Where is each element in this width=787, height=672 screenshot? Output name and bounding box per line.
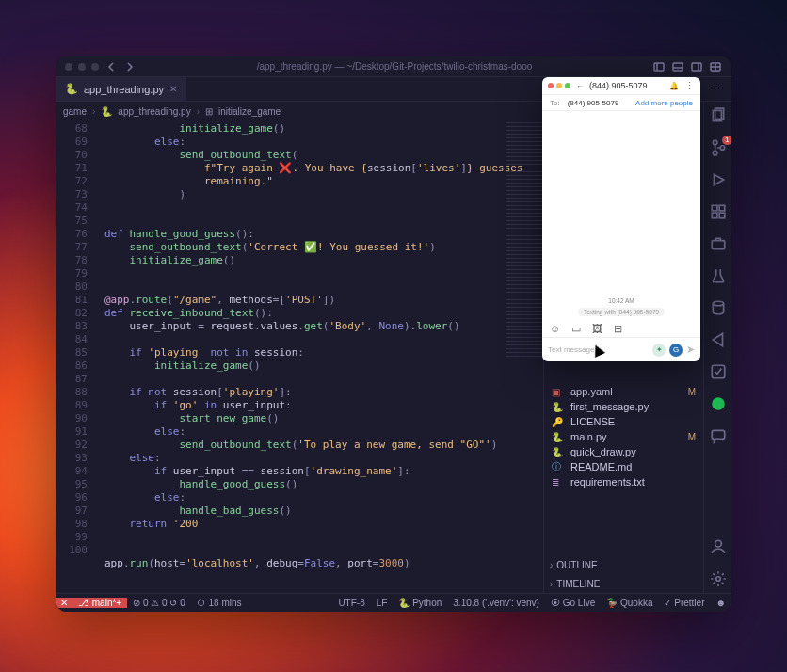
- code-line[interactable]: handle_good_guess(): [104, 478, 536, 491]
- gif-icon[interactable]: ▭: [571, 323, 581, 335]
- code-line[interactable]: [104, 333, 536, 346]
- attach-icon[interactable]: ⊞: [614, 323, 622, 335]
- sticker-icon[interactable]: 🖼: [592, 323, 602, 334]
- layout-icon[interactable]: [709, 60, 722, 73]
- conversation-body[interactable]: 10:42 AM Texting with (844) 905-5079: [542, 111, 700, 320]
- file-row[interactable]: ▣app.yamlM: [544, 384, 703, 399]
- panel-left-icon[interactable]: [652, 60, 666, 73]
- status-chip[interactable]: 🦆 Quokka: [601, 598, 658, 608]
- code-line[interactable]: [104, 531, 536, 544]
- status-chip[interactable]: ✓ Prettier: [658, 598, 710, 608]
- crumb-file[interactable]: app_threading.py: [118, 106, 190, 117]
- crumb-folder[interactable]: game: [63, 106, 87, 117]
- code-editor[interactable]: 6869707172737475767778798081828384858687…: [56, 120, 543, 593]
- code-line[interactable]: else:: [104, 491, 536, 504]
- code-line[interactable]: app.run(host='localhost', debug=False, p…: [104, 557, 536, 570]
- code-line[interactable]: [104, 373, 536, 386]
- panel-right-icon[interactable]: [690, 60, 703, 73]
- code-line[interactable]: if 'playing' not in session:: [104, 346, 536, 360]
- code-line[interactable]: return '200': [104, 518, 536, 531]
- status-chip[interactable]: ⎇ main*+: [72, 598, 127, 608]
- code-line[interactable]: handle_bad_guess(): [104, 504, 536, 518]
- code-line[interactable]: send_outbound_text('To play a new game, …: [104, 439, 536, 452]
- vscode-icon[interactable]: [710, 331, 727, 348]
- code-line[interactable]: def handle_good_guess():: [104, 228, 536, 241]
- code-line[interactable]: else:: [104, 452, 536, 465]
- minimize-dot[interactable]: [78, 63, 86, 71]
- status-chip[interactable]: LF: [371, 598, 394, 608]
- code-line[interactable]: [104, 201, 536, 215]
- code-line[interactable]: user_input = request.values.get('Body', …: [104, 320, 536, 333]
- comment-icon[interactable]: [710, 427, 727, 444]
- zoom-dot[interactable]: [91, 63, 99, 71]
- code-line[interactable]: [104, 267, 536, 280]
- tab-app-threading[interactable]: 🐍 app_threading.py ✕: [56, 77, 186, 101]
- more-icon[interactable]: ⋯: [714, 83, 724, 95]
- beaker-icon[interactable]: [710, 267, 727, 284]
- code-line[interactable]: remaining.": [104, 175, 536, 188]
- settings-gear-icon[interactable]: [710, 570, 727, 587]
- emoji-icon[interactable]: ☺: [550, 323, 560, 334]
- nav-back-icon[interactable]: [104, 60, 118, 73]
- source-control-icon[interactable]: 1: [710, 139, 727, 156]
- minimap[interactable]: [506, 120, 543, 357]
- sidebar-section[interactable]: ›OUTLINE: [544, 555, 703, 574]
- google-badge-icon[interactable]: G: [669, 344, 683, 357]
- add-people-link[interactable]: Add more people: [635, 99, 693, 107]
- code-line[interactable]: else:: [104, 136, 536, 149]
- remote-icon[interactable]: [710, 235, 727, 252]
- status-chip[interactable]: UTF-8: [332, 598, 370, 608]
- file-row[interactable]: ⓘREADME.md: [544, 459, 703, 474]
- close-dot[interactable]: [65, 63, 72, 71]
- file-row[interactable]: 🐍main.pyM: [544, 429, 703, 444]
- status-chip[interactable]: ⊘ 0 ⚠ 0 ↺ 0: [127, 598, 191, 608]
- code-content[interactable]: initialize_game() else: send_outbound_te…: [97, 120, 543, 593]
- tab-close-icon[interactable]: ✕: [169, 84, 177, 94]
- send-icon[interactable]: ➤: [686, 344, 695, 356]
- code-line[interactable]: @app.route("/game", methods=['POST']): [104, 294, 536, 307]
- account-icon[interactable]: [710, 538, 727, 555]
- phone-window-controls[interactable]: [548, 83, 570, 88]
- copy-icon[interactable]: [710, 107, 727, 124]
- code-line[interactable]: if 'go' in user_input:: [104, 399, 536, 412]
- todo-icon[interactable]: [710, 363, 727, 380]
- code-line[interactable]: def receive_inbound_text():: [104, 307, 536, 320]
- code-line[interactable]: send_outbound_text('Correct ✅! You guess…: [104, 241, 536, 254]
- extensions-icon[interactable]: [710, 203, 727, 220]
- code-line[interactable]: if user_input == session['drawing_name']…: [104, 465, 536, 478]
- code-line[interactable]: send_outbound_text(: [104, 149, 536, 162]
- assist-badge-icon[interactable]: ✦: [652, 344, 666, 357]
- code-line[interactable]: else:: [104, 425, 536, 439]
- status-chip[interactable]: 🐍 Python: [393, 598, 447, 608]
- panel-bottom-icon[interactable]: [671, 60, 684, 73]
- code-line[interactable]: initialize_game(): [104, 122, 536, 136]
- debug-icon[interactable]: [710, 171, 727, 188]
- code-line[interactable]: f"Try again ❌. You have {session['lives'…: [104, 162, 536, 175]
- status-chip[interactable]: ⏱ 18 mins: [191, 598, 248, 608]
- window-controls[interactable]: [65, 63, 99, 71]
- crumb-symbol[interactable]: initialize_game: [218, 106, 281, 117]
- code-line[interactable]: [104, 215, 536, 228]
- code-line[interactable]: ): [104, 188, 536, 201]
- breadcrumb[interactable]: game › 🐍 app_threading.py › ⊞ initialize…: [56, 102, 543, 120]
- sidebar-section[interactable]: ›TIMELINE: [544, 574, 703, 593]
- phone-back-icon[interactable]: ←: [576, 82, 584, 90]
- nav-forward-icon[interactable]: [123, 60, 137, 73]
- status-chip[interactable]: ☻: [710, 598, 731, 608]
- phone-more-icon[interactable]: ⋮: [684, 83, 695, 88]
- code-line[interactable]: if not session['playing']:: [104, 386, 536, 399]
- code-line[interactable]: initialize_game(): [104, 254, 536, 267]
- file-row[interactable]: ≣requirements.txt: [544, 474, 703, 489]
- file-row[interactable]: 🐍first_message.py: [544, 399, 703, 414]
- file-row[interactable]: 🐍quick_draw.py: [544, 444, 703, 459]
- code-line[interactable]: initialize_game(): [104, 360, 536, 373]
- bell-icon[interactable]: 🔔: [669, 82, 679, 90]
- spotify-icon[interactable]: [710, 395, 727, 412]
- database-icon[interactable]: [710, 299, 727, 316]
- status-chip[interactable]: ⦿ Go Live: [545, 598, 601, 608]
- status-chip[interactable]: 3.10.8 ('.venv': venv): [447, 598, 545, 608]
- code-line[interactable]: [104, 544, 536, 557]
- code-line[interactable]: start_new_game(): [104, 412, 536, 425]
- file-row[interactable]: 🔑LICENSE: [544, 414, 703, 429]
- code-line[interactable]: [104, 280, 536, 294]
